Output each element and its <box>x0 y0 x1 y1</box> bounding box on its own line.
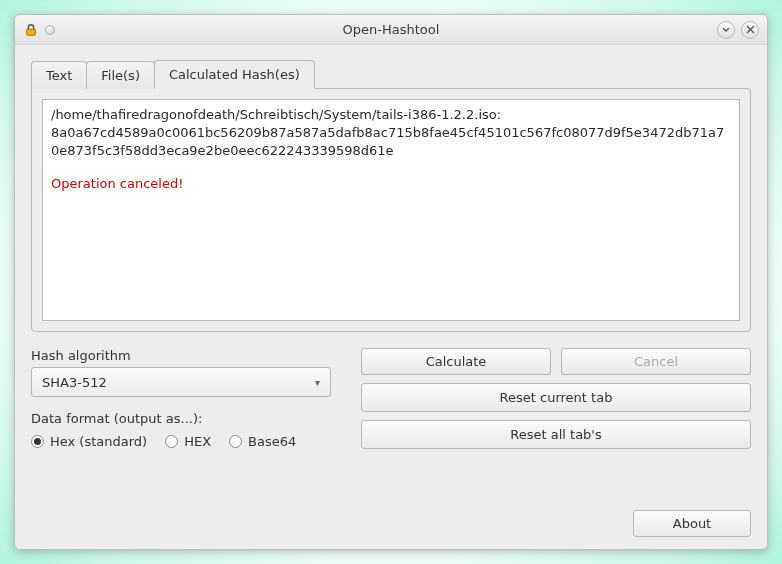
tab-page-calculated: /home/thafiredragonofdeath/Schreibtisch/… <box>31 88 751 332</box>
svg-rect-0 <box>27 29 36 35</box>
radio-label: Base64 <box>248 434 296 449</box>
footer: About <box>31 498 751 537</box>
data-format-radios: Hex (standard) HEX Base64 <box>31 434 331 449</box>
radio-label: Hex (standard) <box>50 434 147 449</box>
hash-output[interactable]: /home/thafiredragonofdeath/Schreibtisch/… <box>42 99 740 321</box>
tab-calculated-hashes[interactable]: Calculated Hash(es) <box>154 60 315 89</box>
hash-algorithm-value: SHA3-512 <box>42 375 107 390</box>
output-status: Operation canceled! <box>51 175 731 193</box>
cancel-button[interactable]: Cancel <box>561 348 751 375</box>
data-format-label: Data format (output as...): <box>31 411 331 426</box>
titlebar: Open-Hashtool <box>15 15 767 45</box>
radio-dot-icon <box>31 435 44 448</box>
radio-dot-icon <box>229 435 242 448</box>
calculate-button[interactable]: Calculate <box>361 348 551 375</box>
hash-algorithm-select[interactable]: SHA3-512 ▾ <box>31 367 331 397</box>
radio-hex-upper[interactable]: HEX <box>165 434 211 449</box>
content-area: Text File(s) Calculated Hash(es) /home/t… <box>15 45 767 549</box>
app-lock-icon <box>23 22 39 38</box>
close-button[interactable] <box>741 21 759 39</box>
radio-dot-icon <box>165 435 178 448</box>
radio-label: HEX <box>184 434 211 449</box>
output-hash-value: 8a0a67cd4589a0c0061bc56209b87a587a5dafb8… <box>51 124 731 160</box>
radio-hex-standard[interactable]: Hex (standard) <box>31 434 147 449</box>
titlebar-dot-icon <box>45 25 55 35</box>
controls-row: Hash algorithm SHA3-512 ▾ Data format (o… <box>31 348 751 449</box>
chevron-down-icon: ▾ <box>315 377 320 388</box>
minimize-button[interactable] <box>717 21 735 39</box>
tab-bar: Text File(s) Calculated Hash(es) <box>31 59 751 88</box>
reset-current-tab-button[interactable]: Reset current tab <box>361 383 751 412</box>
window-title: Open-Hashtool <box>15 22 767 37</box>
tab-files[interactable]: File(s) <box>86 61 155 89</box>
tab-text[interactable]: Text <box>31 61 87 89</box>
about-button[interactable]: About <box>633 510 751 537</box>
app-window: Open-Hashtool Text File(s) Calculated Ha… <box>14 14 768 550</box>
reset-all-tabs-button[interactable]: Reset all tab's <box>361 420 751 449</box>
hash-algorithm-label: Hash algorithm <box>31 348 331 363</box>
radio-base64[interactable]: Base64 <box>229 434 296 449</box>
output-file-path: /home/thafiredragonofdeath/Schreibtisch/… <box>51 106 731 124</box>
